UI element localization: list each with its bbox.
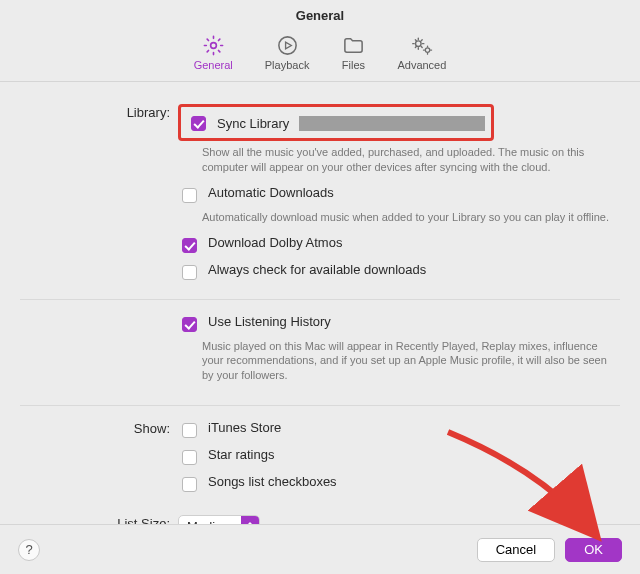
help-button[interactable]: ? xyxy=(18,539,40,561)
highlight-sync-library: Sync Library xyxy=(178,104,494,141)
desc-automatic-downloads: Automatically download music when added … xyxy=(202,210,620,225)
section-library: Library: Sync Library Show all the music… xyxy=(20,98,620,293)
tab-advanced[interactable]: Advanced xyxy=(393,31,450,75)
checkbox-always-check-downloads[interactable] xyxy=(182,265,197,280)
svg-point-2 xyxy=(415,40,421,46)
checkbox-label: Download Dolby Atmos xyxy=(208,235,342,250)
gear-icon xyxy=(201,33,225,57)
checkbox-star-ratings[interactable] xyxy=(182,450,197,465)
svg-point-0 xyxy=(210,42,216,48)
checkbox-label: Star ratings xyxy=(208,447,274,462)
tab-label: Files xyxy=(342,59,365,71)
checkbox-sync-library[interactable] xyxy=(191,116,206,131)
checkbox-automatic-downloads[interactable] xyxy=(182,188,197,203)
checkbox-label: Always check for available downloads xyxy=(208,262,426,277)
checkbox-itunes-store[interactable] xyxy=(182,423,197,438)
folder-icon xyxy=(341,33,365,57)
checkbox-label: Songs list checkboxes xyxy=(208,474,337,489)
checkbox-label: Sync Library xyxy=(217,116,289,131)
tab-label: Playback xyxy=(265,59,310,71)
redacted-text xyxy=(299,116,485,131)
checkbox-dolby-atmos[interactable] xyxy=(182,238,197,253)
tab-general[interactable]: General xyxy=(190,31,237,75)
checkbox-label: iTunes Store xyxy=(208,420,281,435)
svg-point-1 xyxy=(278,36,295,53)
tab-label: Advanced xyxy=(397,59,446,71)
tab-files[interactable]: Files xyxy=(337,31,369,75)
ok-button[interactable]: OK xyxy=(565,538,622,562)
section-listening: Use Listening History Music played on th… xyxy=(20,299,620,400)
footer-bar: ? Cancel OK xyxy=(0,524,640,574)
preferences-body: Library: Sync Library Show all the music… xyxy=(0,82,640,574)
desc-listening-history: Music played on this Mac will appear in … xyxy=(202,339,620,384)
tab-playback[interactable]: Playback xyxy=(261,31,314,75)
checkbox-use-listening-history[interactable] xyxy=(182,317,197,332)
tab-label: General xyxy=(194,59,233,71)
window-title: General xyxy=(0,0,640,29)
preferences-toolbar: General Playback Files Advanced xyxy=(0,29,640,82)
checkbox-label: Automatic Downloads xyxy=(208,185,334,200)
svg-point-3 xyxy=(425,47,429,51)
section-show: Show: iTunes Store Star ratings Songs li… xyxy=(20,405,620,505)
section-label-library: Library: xyxy=(20,104,178,287)
gears-icon xyxy=(410,33,434,57)
cancel-button[interactable]: Cancel xyxy=(477,538,555,562)
play-circle-icon xyxy=(275,33,299,57)
section-label-show: Show: xyxy=(20,420,178,499)
desc-sync-library: Show all the music you've added, purchas… xyxy=(202,145,620,175)
checkbox-label: Use Listening History xyxy=(208,314,331,329)
checkbox-songs-list-checkboxes[interactable] xyxy=(182,477,197,492)
